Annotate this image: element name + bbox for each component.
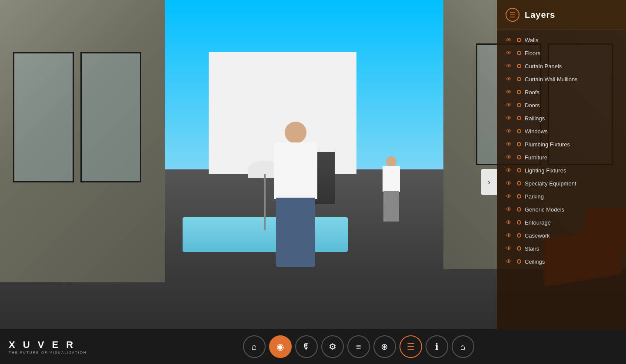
character-background [378,156,404,226]
layer-name-ceilings: Ceilings [525,258,617,265]
char-head [285,122,306,143]
layer-item-furniture[interactable]: 👁 Furniture [497,151,626,164]
layer-name-stairs: Stairs [525,245,617,252]
layers-list[interactable]: 👁 Walls 👁 Floors 👁 Curtain Panels 👁 Curt… [497,30,626,339]
layer-name-casework: Casework [525,232,617,239]
layer-dot-walls [517,38,521,42]
layer-item-plumbing-fixtures[interactable]: 👁 Plumbing Fixtures [497,138,626,151]
eye-icon-roofs[interactable]: 👁 [506,89,513,96]
layer-name-curtain-panels: Curtain Panels [525,63,617,69]
layer-item-stairs[interactable]: 👁 Stairs [497,242,626,255]
layer-dot-floors [517,51,521,55]
eye-icon-parking[interactable]: 👁 [506,193,513,200]
layer-item-entourage[interactable]: 👁 Entourage [497,216,626,229]
eye-icon-furniture[interactable]: 👁 [506,154,513,161]
layer-name-furniture: Furniture [525,154,617,161]
layer-dot-roofs [517,90,521,94]
layer-dot-railings [517,116,521,120]
eye-icon-specialty-equipment[interactable]: 👁 [506,180,513,187]
layer-item-doors[interactable]: 👁 Doors [497,99,626,112]
layer-dot-entourage [517,220,521,225]
char-shirt [274,142,317,199]
toolbar-layers-btn-button[interactable]: ☰ [400,335,422,358]
toolbar-info-button[interactable]: ℹ [426,335,448,358]
layer-dot-specialty-equipment [517,181,521,185]
layers-title: Layers [525,10,556,20]
eye-icon-walls[interactable]: 👁 [506,36,513,43]
layer-name-parking: Parking [525,193,617,200]
eye-icon-lighting-fixtures[interactable]: 👁 [506,167,513,174]
layer-name-floors: Floors [525,50,617,56]
layer-item-curtain-wall-mullions[interactable]: 👁 Curtain Wall Mullions [497,73,626,86]
char-bg-pants [383,191,399,222]
toolbar-share-button[interactable]: ⊛ [373,335,396,358]
brand: X U V E R THE FUTURE OF VISUALIZATION [9,339,87,354]
eye-icon-plumbing-fixtures[interactable]: 👁 [506,141,513,148]
layers-header-icon: ☰ [506,8,519,22]
layers-panel: ☰ Layers 👁 Walls 👁 Floors 👁 Curtain Pane… [497,0,626,339]
layer-name-curtain-wall-mullions: Curtain Wall Mullions [525,76,617,83]
char-bg-head [386,156,396,167]
layer-name-doors: Doors [525,102,617,109]
eye-icon-doors[interactable]: 👁 [506,102,513,109]
layer-item-lighting-fixtures[interactable]: 👁 Lighting Fixtures [497,164,626,177]
layer-item-specialty-equipment[interactable]: 👁 Specialty Equipment [497,177,626,190]
layer-dot-lighting-fixtures [517,168,521,172]
eye-icon-curtain-wall-mullions[interactable]: 👁 [506,76,513,83]
layer-name-generic-models: Generic Models [525,206,617,213]
layer-dot-generic-models [517,207,521,212]
layer-item-parking[interactable]: 👁 Parking [497,190,626,203]
layer-name-windows: Windows [525,128,617,135]
layer-item-roofs[interactable]: 👁 Roofs [497,86,626,99]
layer-name-specialty-equipment: Specialty Equipment [525,180,617,187]
layers-header: ☰ Layers [497,0,626,30]
char-pants [276,198,315,267]
glass-panel-left-2 [80,52,141,182]
eye-icon-floors[interactable]: 👁 [506,50,513,56]
layer-item-generic-models[interactable]: 👁 Generic Models [497,203,626,216]
layer-dot-stairs [517,246,521,251]
eye-icon-railings[interactable]: 👁 [506,115,513,122]
layer-item-railings[interactable]: 👁 Railings [497,112,626,125]
eye-icon-generic-models[interactable]: 👁 [506,206,513,213]
toolbar: X U V E R THE FUTURE OF VISUALIZATION ⌂◉… [0,329,626,364]
layer-item-floors[interactable]: 👁 Floors [497,46,626,60]
layer-item-casework[interactable]: 👁 Casework [497,229,626,242]
eye-icon-casework[interactable]: 👁 [506,232,513,239]
layer-dot-windows [517,129,521,133]
layer-dot-curtain-wall-mullions [517,77,521,81]
layer-item-ceilings[interactable]: 👁 Ceilings [497,255,626,268]
layer-name-walls: Walls [525,37,617,43]
panel-collapse-arrow[interactable]: › [481,169,497,195]
layer-item-curtain-panels[interactable]: 👁 Curtain Panels [497,60,626,73]
toolbar-camera-button[interactable]: ◉ [269,335,292,358]
glass-panel-left-1 [13,52,74,182]
layer-dot-doors [517,103,521,107]
layer-name-roofs: Roofs [525,89,617,96]
layer-dot-plumbing-fixtures [517,142,521,146]
brand-tagline: THE FUTURE OF VISUALIZATION [9,351,87,354]
toolbar-building-button[interactable]: ⌂ [452,335,474,358]
layer-dot-casework [517,233,521,238]
toolbar-settings-button[interactable]: ⚙ [321,335,344,358]
layer-name-lighting-fixtures: Lighting Fixtures [525,167,617,174]
layer-dot-furniture [517,155,521,159]
layer-item-walls[interactable]: 👁 Walls [497,33,626,46]
eye-icon-windows[interactable]: 👁 [506,128,513,135]
layer-dot-parking [517,194,521,199]
layer-item-windows[interactable]: 👁 Windows [497,125,626,138]
toolbar-mic-button[interactable]: 🎙 [295,335,318,358]
building-left [0,0,165,282]
eye-icon-ceilings[interactable]: 👁 [506,258,513,265]
toolbar-icons: ⌂◉🎙⚙≡⊛☰ℹ⌂ [100,335,617,358]
layer-dot-curtain-panels [517,64,521,68]
toolbar-home-button[interactable]: ⌂ [243,335,266,358]
layer-name-entourage: Entourage [525,219,617,226]
toolbar-menu-button[interactable]: ≡ [347,335,370,358]
layer-dot-ceilings [517,259,521,264]
eye-icon-curtain-panels[interactable]: 👁 [506,63,513,69]
eye-icon-entourage[interactable]: 👁 [506,219,513,226]
layer-name-plumbing-fixtures: Plumbing Fixtures [525,141,617,148]
eye-icon-stairs[interactable]: 👁 [506,245,513,252]
char-bg-shirt [383,166,400,192]
